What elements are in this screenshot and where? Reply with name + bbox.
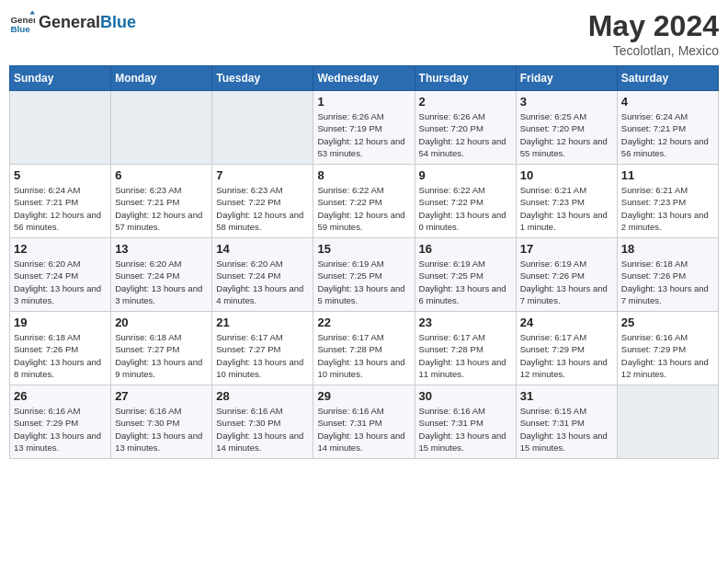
sunset-text: Sunset: 7:23 PM	[520, 197, 585, 207]
daylight-text: Daylight: 13 hours and 4 minutes.	[216, 283, 303, 305]
day-info: Sunrise: 6:23 AM Sunset: 7:21 PM Dayligh…	[115, 184, 208, 233]
table-row: 12 Sunrise: 6:20 AM Sunset: 7:24 PM Dayl…	[10, 238, 111, 312]
day-number: 13	[115, 242, 208, 256]
sunset-text: Sunset: 7:29 PM	[14, 418, 78, 428]
sunset-text: Sunset: 7:24 PM	[14, 270, 78, 281]
day-info: Sunrise: 6:16 AM Sunset: 7:29 PM Dayligh…	[14, 405, 107, 454]
header-sunday: Sunday	[10, 66, 111, 91]
sunrise-text: Sunrise: 6:22 AM	[419, 185, 485, 195]
day-number: 6	[115, 168, 208, 182]
day-number: 14	[216, 242, 309, 256]
daylight-text: Daylight: 13 hours and 10 minutes.	[317, 357, 404, 379]
day-info: Sunrise: 6:18 AM Sunset: 7:27 PM Dayligh…	[115, 331, 208, 380]
daylight-text: Daylight: 12 hours and 58 minutes.	[216, 210, 303, 232]
table-row: 23 Sunrise: 6:17 AM Sunset: 7:28 PM Dayl…	[415, 312, 516, 385]
day-number: 17	[520, 242, 613, 256]
sunrise-text: Sunrise: 6:19 AM	[317, 259, 383, 269]
sunset-text: Sunset: 7:29 PM	[520, 344, 585, 354]
sunrise-text: Sunrise: 6:20 AM	[216, 259, 282, 269]
day-info: Sunrise: 6:19 AM Sunset: 7:25 PM Dayligh…	[419, 258, 512, 306]
day-info: Sunrise: 6:15 AM Sunset: 7:31 PM Dayligh…	[520, 405, 613, 454]
daylight-text: Daylight: 13 hours and 12 minutes.	[621, 357, 709, 379]
sunrise-text: Sunrise: 6:25 AM	[520, 111, 586, 121]
day-number: 25	[621, 316, 714, 329]
sunset-text: Sunset: 7:21 PM	[115, 197, 179, 207]
day-info: Sunrise: 6:18 AM Sunset: 7:26 PM Dayligh…	[621, 258, 714, 306]
table-row: 2 Sunrise: 6:26 AM Sunset: 7:20 PM Dayli…	[415, 91, 516, 165]
daylight-text: Daylight: 13 hours and 14 minutes.	[216, 431, 303, 453]
logo-blue-text: Blue	[100, 13, 136, 31]
sunset-text: Sunset: 7:20 PM	[520, 123, 585, 133]
table-row: 14 Sunrise: 6:20 AM Sunset: 7:24 PM Dayl…	[212, 238, 313, 312]
daylight-text: Daylight: 13 hours and 5 minutes.	[317, 283, 404, 305]
day-info: Sunrise: 6:17 AM Sunset: 7:27 PM Dayligh…	[216, 331, 309, 380]
table-row: 4 Sunrise: 6:24 AM Sunset: 7:21 PM Dayli…	[617, 91, 718, 165]
sunset-text: Sunset: 7:28 PM	[317, 344, 381, 354]
sunrise-text: Sunrise: 6:17 AM	[419, 332, 485, 342]
day-info: Sunrise: 6:17 AM Sunset: 7:29 PM Dayligh…	[520, 331, 613, 380]
header-monday: Monday	[111, 66, 212, 91]
daylight-text: Daylight: 13 hours and 3 minutes.	[14, 283, 101, 305]
day-info: Sunrise: 6:25 AM Sunset: 7:20 PM Dayligh…	[520, 110, 613, 159]
calendar-table: Sunday Monday Tuesday Wednesday Thursday…	[9, 65, 719, 459]
svg-text:Blue: Blue	[10, 24, 30, 34]
table-row: 22 Sunrise: 6:17 AM Sunset: 7:28 PM Dayl…	[313, 312, 415, 385]
sunrise-text: Sunrise: 6:17 AM	[317, 332, 383, 342]
table-row	[212, 91, 313, 165]
day-number: 7	[216, 168, 309, 182]
day-number: 23	[419, 316, 512, 329]
logo-icon: General Blue	[9, 9, 35, 35]
table-row: 8 Sunrise: 6:22 AM Sunset: 7:22 PM Dayli…	[313, 165, 415, 238]
weekday-header-row: Sunday Monday Tuesday Wednesday Thursday…	[10, 66, 719, 91]
sunset-text: Sunset: 7:31 PM	[419, 418, 483, 428]
header-saturday: Saturday	[617, 66, 718, 91]
table-row: 9 Sunrise: 6:22 AM Sunset: 7:22 PM Dayli…	[415, 165, 516, 238]
daylight-text: Daylight: 13 hours and 7 minutes.	[621, 283, 709, 305]
sunset-text: Sunset: 7:29 PM	[621, 344, 686, 354]
daylight-text: Daylight: 13 hours and 14 minutes.	[317, 431, 404, 453]
sunset-text: Sunset: 7:27 PM	[115, 344, 179, 354]
table-row: 16 Sunrise: 6:19 AM Sunset: 7:25 PM Dayl…	[415, 238, 516, 312]
sunrise-text: Sunrise: 6:20 AM	[115, 259, 181, 269]
header-wednesday: Wednesday	[313, 66, 415, 91]
sunset-text: Sunset: 7:19 PM	[317, 123, 381, 133]
sunrise-text: Sunrise: 6:16 AM	[621, 332, 688, 342]
sunrise-text: Sunrise: 6:21 AM	[520, 185, 586, 195]
daylight-text: Daylight: 13 hours and 11 minutes.	[419, 357, 506, 379]
calendar-week-row: 5 Sunrise: 6:24 AM Sunset: 7:21 PM Dayli…	[10, 165, 719, 238]
sunset-text: Sunset: 7:22 PM	[317, 197, 381, 207]
table-row	[10, 91, 111, 165]
table-row: 5 Sunrise: 6:24 AM Sunset: 7:21 PM Dayli…	[10, 165, 111, 238]
sunset-text: Sunset: 7:26 PM	[14, 344, 78, 354]
sunset-text: Sunset: 7:22 PM	[216, 197, 280, 207]
location-subtitle: Tecolotlan, Mexico	[588, 43, 719, 58]
sunset-text: Sunset: 7:23 PM	[621, 197, 686, 207]
header-thursday: Thursday	[415, 66, 516, 91]
sunrise-text: Sunrise: 6:19 AM	[419, 259, 485, 269]
sunrise-text: Sunrise: 6:24 AM	[621, 111, 688, 121]
sunrise-text: Sunrise: 6:16 AM	[216, 406, 282, 416]
daylight-text: Daylight: 13 hours and 0 minutes.	[419, 210, 506, 232]
sunset-text: Sunset: 7:20 PM	[419, 123, 483, 133]
table-row: 11 Sunrise: 6:21 AM Sunset: 7:23 PM Dayl…	[617, 165, 718, 238]
day-number: 31	[520, 389, 613, 403]
table-row: 31 Sunrise: 6:15 AM Sunset: 7:31 PM Dayl…	[516, 385, 617, 459]
daylight-text: Daylight: 13 hours and 8 minutes.	[14, 357, 101, 379]
day-info: Sunrise: 6:23 AM Sunset: 7:22 PM Dayligh…	[216, 184, 309, 233]
sunrise-text: Sunrise: 6:22 AM	[317, 185, 383, 195]
table-row	[111, 91, 212, 165]
daylight-text: Daylight: 13 hours and 10 minutes.	[216, 357, 303, 379]
day-info: Sunrise: 6:16 AM Sunset: 7:31 PM Dayligh…	[419, 405, 512, 454]
day-number: 2	[419, 95, 512, 109]
day-number: 10	[520, 168, 613, 182]
calendar-week-row: 26 Sunrise: 6:16 AM Sunset: 7:29 PM Dayl…	[10, 385, 719, 459]
daylight-text: Daylight: 12 hours and 57 minutes.	[115, 210, 202, 232]
daylight-text: Daylight: 13 hours and 2 minutes.	[621, 210, 709, 232]
daylight-text: Daylight: 13 hours and 3 minutes.	[115, 283, 202, 305]
table-row: 1 Sunrise: 6:26 AM Sunset: 7:19 PM Dayli…	[313, 91, 415, 165]
header-friday: Friday	[516, 66, 617, 91]
day-number: 9	[419, 168, 512, 182]
table-row: 10 Sunrise: 6:21 AM Sunset: 7:23 PM Dayl…	[516, 165, 617, 238]
day-info: Sunrise: 6:17 AM Sunset: 7:28 PM Dayligh…	[317, 331, 410, 380]
day-info: Sunrise: 6:20 AM Sunset: 7:24 PM Dayligh…	[216, 258, 309, 306]
